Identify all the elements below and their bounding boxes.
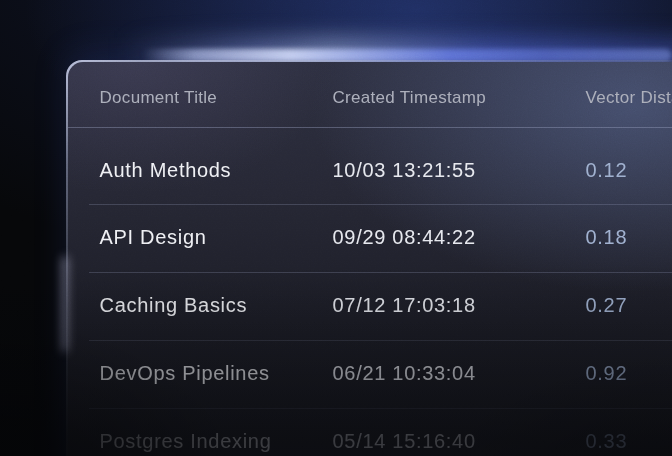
table-header-row: Document Title Created Timestamp Vector … <box>68 62 672 128</box>
cell-vector-distance: 0.27 <box>586 294 672 317</box>
cell-vector-distance: 0.92 <box>586 362 672 385</box>
column-header-document-title: Document Title <box>100 88 333 108</box>
cell-document-title: DevOps Pipelines <box>100 362 333 385</box>
background: Document Title Created Timestamp Vector … <box>0 0 672 456</box>
cell-vector-distance: 0.18 <box>586 226 672 249</box>
cell-created-timestamp: 06/21 10:33:04 <box>333 362 586 385</box>
table-body: Auth Methods 10/03 13:21:55 0.12 API Des… <box>68 128 672 456</box>
cell-created-timestamp: 07/12 17:03:18 <box>333 294 586 317</box>
cell-document-title: Auth Methods <box>100 159 333 182</box>
documents-table: Document Title Created Timestamp Vector … <box>68 62 672 456</box>
cell-created-timestamp: 09/29 08:44:22 <box>333 226 586 249</box>
cell-vector-distance: 0.12 <box>586 159 672 182</box>
cell-created-timestamp: 10/03 13:21:55 <box>333 159 586 182</box>
table-row[interactable]: Auth Methods 10/03 13:21:55 0.12 <box>68 128 672 204</box>
table-row[interactable]: Postgres Indexing 05/14 15:16:40 0.33 <box>68 408 672 456</box>
cell-created-timestamp: 05/14 15:16:40 <box>333 430 586 453</box>
cell-vector-distance: 0.33 <box>586 430 672 453</box>
cell-document-title: Caching Basics <box>100 294 333 317</box>
documents-table-panel: Document Title Created Timestamp Vector … <box>66 60 672 456</box>
table-row[interactable]: Caching Basics 07/12 17:03:18 0.27 <box>68 272 672 340</box>
table-row[interactable]: API Design 09/29 08:44:22 0.18 <box>68 204 672 272</box>
table-row[interactable]: DevOps Pipelines 06/21 10:33:04 0.92 <box>68 340 672 408</box>
column-header-created-timestamp: Created Timestamp <box>333 88 586 108</box>
cell-document-title: API Design <box>100 226 333 249</box>
column-header-vector-distance: Vector Distance <box>586 88 672 108</box>
cell-document-title: Postgres Indexing <box>100 430 333 453</box>
